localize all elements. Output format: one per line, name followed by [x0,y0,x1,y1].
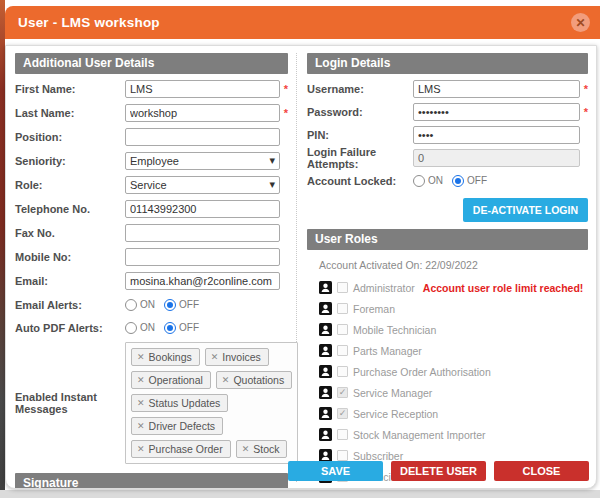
page-background-bottom-edge [0,490,600,498]
first-name-row: First Name: * [15,80,288,98]
first-name-input[interactable] [125,80,280,98]
check-icon: ✓ [339,388,347,397]
tag-remove-icon[interactable]: ✕ [137,422,145,431]
pin-label: PIN: [307,129,413,141]
user-badge-icon [319,428,332,441]
email-alerts-off-radio[interactable] [164,299,176,311]
role-row-foreman: ✓ Foreman [319,300,588,317]
instant-messages-row: Enabled Instant Messages ✕Bookings ✕Invo… [15,342,288,464]
auto-pdf-alerts-off-radio[interactable] [164,322,176,334]
position-label: Position: [15,131,125,143]
role-checkbox[interactable]: ✓ [337,408,348,419]
tag-stock[interactable]: ✕Stock [236,440,288,458]
mobile-input[interactable] [125,248,280,266]
close-button[interactable]: CLOSE [494,461,589,481]
pin-row: PIN: [307,126,588,143]
email-alerts-label: Email Alerts: [15,299,125,311]
username-label: Username: [307,83,413,95]
tag-quotations[interactable]: ✕Quotations [216,371,292,389]
role-row-service-reception: ✓ Service Reception [319,405,588,422]
telephone-input[interactable] [125,200,280,218]
telephone-row: Telephone No. [15,200,288,218]
user-badge-icon [319,407,332,420]
username-row: Username: * [307,80,588,97]
role-select[interactable]: Service ▾ [125,176,280,194]
role-row: Role: Service ▾ [15,176,288,194]
tag-driver-defects[interactable]: ✕Driver Defects [131,417,223,435]
account-activated-on-text: Account Activated On: 22/09/2022 [319,259,588,271]
email-alerts-off-label: OFF [179,299,199,310]
tag-remove-icon[interactable]: ✕ [211,353,219,362]
role-label: Mobile Technician [353,324,436,336]
tag-invoices[interactable]: ✕Invoices [205,348,269,366]
tag-remove-icon[interactable]: ✕ [137,399,145,408]
user-badge-icon [319,323,332,336]
tag-remove-icon[interactable]: ✕ [137,353,145,362]
email-row: Email: [15,272,288,290]
tag-operational[interactable]: ✕Operational [131,371,211,389]
email-alerts-on-label: ON [140,299,155,310]
mobile-row: Mobile No: [15,248,288,266]
tag-remove-icon[interactable]: ✕ [222,376,230,385]
login-failures-row: Login Failure Attempts: [307,149,588,166]
telephone-label: Telephone No. [15,203,125,215]
role-checkbox[interactable]: ✓ [337,282,348,293]
modal-title: User - LMS workshop [5,15,160,30]
tag-status-updates[interactable]: ✕Status Updates [131,394,228,412]
login-failures-label: Login Failure Attempts: [307,146,413,170]
role-checkbox[interactable]: ✓ [337,450,348,461]
account-locked-on-radio[interactable] [413,175,425,187]
chevron-down-icon: ▾ [269,178,275,191]
role-row-purchase-order-authorisation: ✓ Purchase Order Authorisation [319,363,588,380]
auto-pdf-alerts-row: Auto PDF Alerts: ON OFF [15,319,288,336]
account-locked-row: Account Locked: ON OFF [307,172,588,189]
seniority-select[interactable]: Employee ▾ [125,152,280,170]
required-marker: * [280,83,288,95]
role-checkbox[interactable]: ✓ [337,303,348,314]
deactivate-login-button[interactable]: DE-ACTIVATE LOGIN [463,198,588,222]
role-checkbox[interactable]: ✓ [337,324,348,335]
tag-purchase-order[interactable]: ✕Purchase Order [131,440,231,458]
password-input[interactable] [413,103,580,121]
account-locked-label: Account Locked: [307,175,413,187]
role-label: Stock Management Importer [353,429,485,441]
close-icon[interactable]: ✕ [571,13,590,32]
tag-remove-icon[interactable]: ✕ [137,445,145,454]
email-alerts-on-radio[interactable] [125,299,137,311]
save-button[interactable]: SAVE [288,461,383,481]
role-checkbox[interactable]: ✓ [337,345,348,356]
role-checkbox[interactable]: ✓ [337,366,348,377]
fax-input[interactable] [125,224,280,242]
auto-pdf-alerts-label: Auto PDF Alerts: [15,322,125,334]
role-checkbox[interactable]: ✓ [337,429,348,440]
modal-body: Additional User Details First Name: * La… [5,45,597,489]
role-row-administrator: ✓ Administrator Account user role limit … [319,279,588,296]
role-limit-warning: Account user role limit reached! [423,282,583,294]
account-locked-off-radio[interactable] [452,175,464,187]
email-field[interactable] [125,272,280,290]
tag-remove-icon[interactable]: ✕ [137,376,145,385]
last-name-input[interactable] [125,104,280,122]
user-badge-icon [319,302,332,315]
mobile-label: Mobile No: [15,251,125,263]
delete-user-button[interactable]: DELETE USER [391,461,486,481]
check-icon: ✓ [339,409,347,418]
fax-row: Fax No. [15,224,288,242]
signature-header: Signature [15,473,288,489]
role-row-service-manager: ✓ Service Manager [319,384,588,401]
auto-pdf-alerts-on-label: ON [140,322,155,333]
seniority-row: Seniority: Employee ▾ [15,152,288,170]
position-input[interactable] [125,128,280,146]
role-label: Role: [15,179,125,191]
tag-remove-icon[interactable]: ✕ [242,445,250,454]
tag-bookings[interactable]: ✕Bookings [131,348,200,366]
account-locked-on-label: ON [428,175,443,186]
fax-label: Fax No. [15,227,125,239]
role-checkbox[interactable]: ✓ [337,387,348,398]
username-input[interactable] [413,80,580,98]
footer-buttons: SAVE DELETE USER CLOSE [288,461,589,481]
required-marker: * [280,107,288,119]
user-badge-icon [319,344,332,357]
auto-pdf-alerts-on-radio[interactable] [125,322,137,334]
pin-input[interactable] [413,126,580,144]
